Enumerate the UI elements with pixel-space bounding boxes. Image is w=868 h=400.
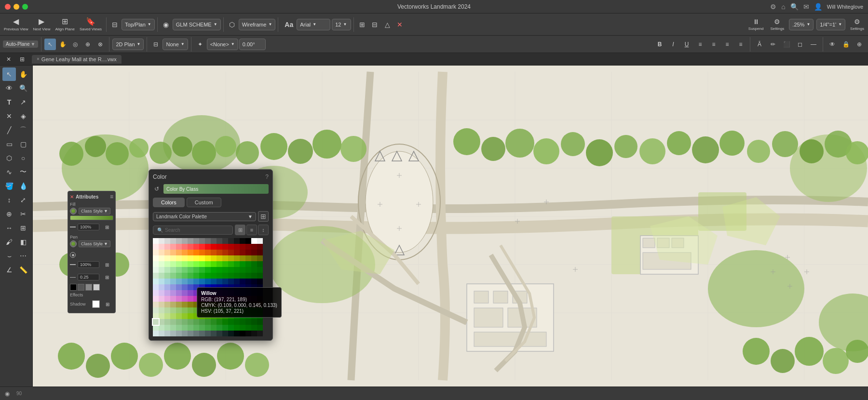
color-cell[interactable]: [211, 302, 217, 307]
color-cell[interactable]: [193, 319, 199, 325]
color-cell[interactable]: [234, 273, 240, 279]
color-cell[interactable]: [222, 267, 228, 273]
color-cell[interactable]: [193, 267, 199, 273]
color-cell[interactable]: [188, 319, 193, 325]
select-tool-btn[interactable]: ↖: [44, 39, 56, 50]
color-cell[interactable]: [251, 284, 257, 290]
color-cell[interactable]: [257, 307, 263, 313]
color-cell[interactable]: [257, 279, 263, 284]
color-cell[interactable]: [234, 284, 240, 290]
color-cell[interactable]: [205, 284, 211, 290]
color-cell[interactable]: [240, 244, 245, 250]
color-cell[interactable]: [217, 307, 222, 313]
color-cell[interactable]: [193, 255, 199, 261]
color-cell[interactable]: [176, 284, 182, 290]
color-cell[interactable]: [170, 290, 176, 296]
color-cell[interactable]: [245, 250, 251, 255]
color-cell[interactable]: [217, 267, 222, 273]
color-cell[interactable]: [188, 296, 193, 302]
color-cell[interactable]: [164, 261, 170, 267]
color-cell[interactable]: [245, 244, 251, 250]
color-cell[interactable]: [205, 296, 211, 302]
color-cell[interactable]: [211, 307, 217, 313]
color-cell[interactable]: [176, 244, 182, 250]
document-tab[interactable]: × Gene Leahy Mall at the R....vwx: [32, 55, 122, 64]
polygon-tool[interactable]: ⬡: [2, 151, 16, 165]
color-cell[interactable]: [205, 290, 211, 296]
wireframe-icon-btn[interactable]: ⬡: [226, 15, 238, 34]
color-cell[interactable]: [182, 273, 188, 279]
color-cell[interactable]: [211, 255, 217, 261]
color-cell[interactable]: [240, 238, 245, 244]
color-cell[interactable]: [153, 319, 159, 325]
scheme-dropdown[interactable]: GLM SCHEME ▼: [173, 19, 221, 30]
color-cell[interactable]: [164, 319, 170, 325]
color-cell[interactable]: [205, 307, 211, 313]
color-cell[interactable]: [222, 331, 228, 336]
color-cell[interactable]: [170, 279, 176, 284]
color-cell[interactable]: [188, 238, 193, 244]
color-cell[interactable]: [257, 284, 263, 290]
color-cell[interactable]: [159, 267, 164, 273]
group-tool[interactable]: ◈: [16, 109, 30, 123]
fmt-btn1[interactable]: ⊟: [150, 39, 162, 50]
color-cell[interactable]: [153, 250, 159, 255]
color-search-field[interactable]: 🔍 Search: [153, 226, 233, 235]
color-cell[interactable]: [228, 331, 234, 336]
color-cell[interactable]: [222, 273, 228, 279]
color-cell[interactable]: [251, 279, 257, 284]
color-cell[interactable]: [188, 244, 193, 250]
color-cell[interactable]: [251, 273, 257, 279]
color-cell[interactable]: [257, 273, 263, 279]
color-cell[interactable]: [153, 296, 159, 302]
color-cell[interactable]: [182, 267, 188, 273]
fill-class-style-dropdown[interactable]: Class Style ▼: [79, 208, 110, 214]
align-center-btn[interactable]: ≡: [708, 39, 719, 50]
justify-btn[interactable]: ≡: [735, 39, 746, 50]
color-cell[interactable]: [193, 313, 199, 319]
color-cell[interactable]: [205, 261, 211, 267]
color-cell[interactable]: [164, 273, 170, 279]
color-cell[interactable]: [228, 273, 234, 279]
color-cell[interactable]: [182, 238, 188, 244]
color-cell[interactable]: [164, 250, 170, 255]
email-icon[interactable]: ✉: [803, 3, 809, 11]
color-cell[interactable]: [222, 325, 228, 331]
tab-close-icon[interactable]: ×: [37, 56, 40, 62]
color-cell[interactable]: [205, 319, 211, 325]
arc-tool[interactable]: ⌒: [16, 123, 30, 137]
color-cell[interactable]: [240, 325, 245, 331]
colors-tab[interactable]: Colors: [153, 198, 185, 207]
hand-tool-btn[interactable]: ✋: [57, 39, 68, 50]
color-cell[interactable]: [170, 284, 176, 290]
text-style-btn1[interactable]: Ā: [754, 39, 765, 50]
text-style-btn2[interactable]: ✏: [767, 39, 779, 50]
weight-more[interactable]: ⊞: [101, 271, 113, 283]
color-cell[interactable]: [222, 284, 228, 290]
color-cell[interactable]: [164, 284, 170, 290]
scale-dropdown[interactable]: 1/4"=1' ▼: [816, 19, 845, 30]
color-cell[interactable]: [199, 307, 205, 313]
color-cell[interactable]: [251, 319, 257, 325]
pen-radio-btn[interactable]: [70, 252, 76, 258]
color-cell[interactable]: [228, 255, 234, 261]
color-cell[interactable]: [199, 319, 205, 325]
color-cell[interactable]: [182, 284, 188, 290]
color-cell[interactable]: [234, 307, 240, 313]
color-cell[interactable]: [199, 261, 205, 267]
color-cell[interactable]: [159, 238, 164, 244]
color-cell[interactable]: [164, 244, 170, 250]
color-cell[interactable]: [193, 244, 199, 250]
color-cell[interactable]: [245, 319, 251, 325]
suspend-btn[interactable]: ⏸ Suspend: [746, 15, 766, 34]
color-cell[interactable]: [164, 325, 170, 331]
color-cell[interactable]: [234, 244, 240, 250]
none-dropdown[interactable]: None ▼: [163, 39, 188, 50]
color-cell[interactable]: [188, 302, 193, 307]
color-cell[interactable]: [193, 325, 199, 331]
color-cell[interactable]: [153, 267, 159, 273]
color-cell[interactable]: [251, 267, 257, 273]
saved-views-button[interactable]: 🔖 Saved Views: [78, 15, 104, 34]
font-size-dropdown[interactable]: 12 ▼: [332, 19, 351, 30]
delete-tool[interactable]: ✕: [2, 109, 16, 123]
